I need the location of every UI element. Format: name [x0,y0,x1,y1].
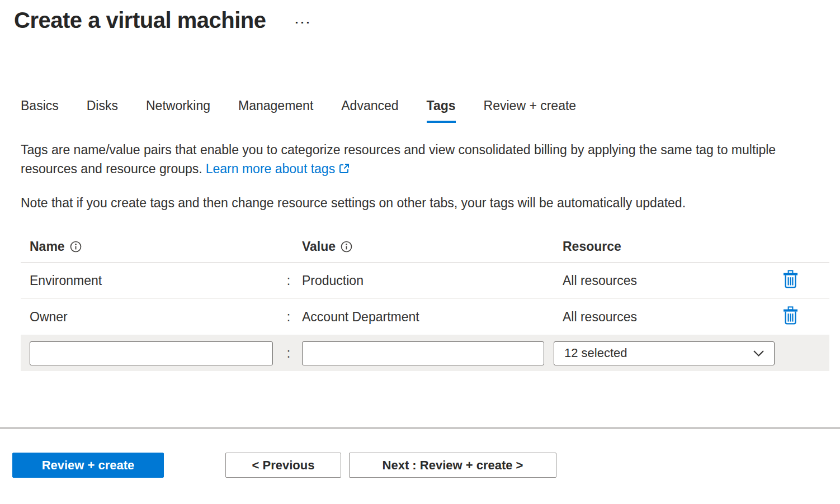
learn-more-label: Learn more about tags [206,161,335,176]
tag-row-owner: Owner : Account Department All resources [21,299,829,335]
tags-table-header: Name Value Resource [21,231,829,263]
tab-bar: Basics Disks Networking Management Advan… [21,98,840,123]
delete-tag-button[interactable] [783,306,798,325]
separator-colon: : [280,310,298,325]
column-header-name: Name [21,239,280,254]
more-options-icon[interactable]: ··· [295,16,312,28]
tag-row-environment: Environment : Production All resources [21,263,829,299]
column-header-resource: Resource [554,239,777,254]
tags-note: Note that if you create tags and then ch… [21,193,819,212]
tab-review-create[interactable]: Review + create [484,98,577,123]
resource-dropdown[interactable]: 12 selected [554,341,775,365]
previous-button[interactable]: < Previous [225,453,341,478]
delete-tag-button[interactable] [783,270,798,288]
tags-description-text: Tags are name/value pairs that enable yo… [21,142,776,176]
column-header-value: Value [298,239,554,254]
next-button[interactable]: Next : Review + create > [349,453,556,478]
tags-description: Tags are name/value pairs that enable yo… [21,140,819,178]
tab-management[interactable]: Management [238,98,313,123]
new-tag-value-cell [298,341,554,365]
info-icon[interactable] [70,241,82,253]
new-tag-name-input[interactable] [30,341,273,365]
tag-resource: All resources [554,310,777,325]
tag-name: Owner [21,310,280,325]
value-header-label: Value [302,239,336,254]
name-header-label: Name [30,239,65,254]
new-tag-name-cell [21,341,280,365]
info-icon[interactable] [341,241,352,253]
tab-advanced[interactable]: Advanced [341,98,398,123]
tag-name: Environment [21,273,280,288]
separator-colon: : [280,273,298,288]
page-header: Create a virtual machine ··· [0,0,840,33]
resource-header-label: Resource [563,239,621,254]
chevron-down-icon [753,350,764,356]
new-tag-resource-cell: 12 selected [554,341,777,365]
tab-tags[interactable]: Tags [427,98,456,123]
tab-basics[interactable]: Basics [21,98,59,123]
footer-bar: Review + create < Previous Next : Review… [12,453,840,478]
page-title: Create a virtual machine [14,8,266,33]
new-tag-row: : 12 selected [21,335,829,371]
footer-divider [0,427,840,429]
new-tag-value-input[interactable] [302,341,544,365]
external-link-icon [338,163,350,174]
review-create-button[interactable]: Review + create [12,453,164,478]
create-vm-page: Create a virtual machine ··· Basics Disk… [0,0,840,478]
separator-colon: : [280,346,298,361]
tab-networking[interactable]: Networking [146,98,210,123]
resource-dropdown-value: 12 selected [564,346,627,360]
trash-icon [783,306,798,325]
tag-value: Account Department [298,310,554,325]
trash-icon [783,270,798,288]
tag-value: Production [298,273,554,288]
learn-more-link[interactable]: Learn more about tags [206,161,350,176]
tab-disks[interactable]: Disks [87,98,118,123]
tag-resource: All resources [554,273,777,288]
tags-table: Name Value Resource Environment : Produc… [21,231,829,371]
